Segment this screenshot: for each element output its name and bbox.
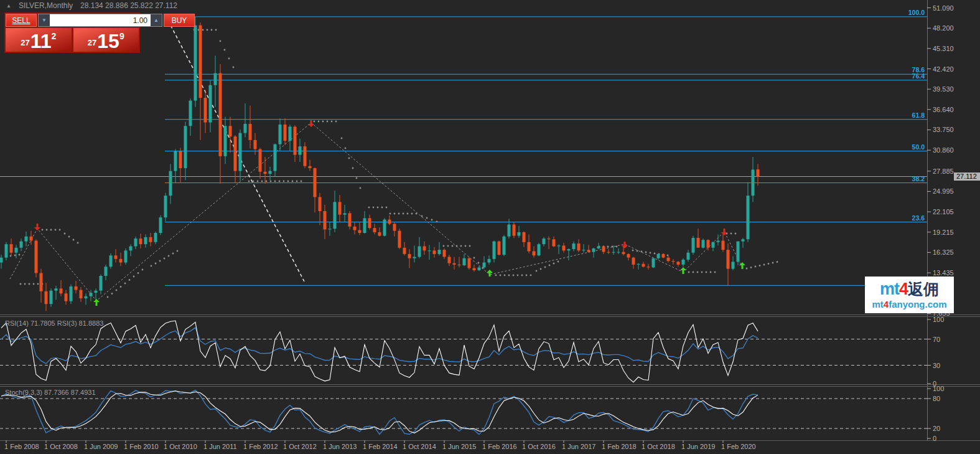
svg-text:1 Jun 2015: 1 Jun 2015 — [442, 443, 476, 450]
svg-text:33.750: 33.750 — [933, 126, 954, 133]
svg-text:16.325: 16.325 — [933, 248, 954, 256]
svg-text:1 Feb 2016: 1 Feb 2016 — [482, 443, 517, 450]
fibonacci-retracement: 100.078.676.461.850.038.223.6 — [165, 9, 927, 285]
svg-text:100.0: 100.0 — [908, 9, 925, 16]
svg-text:1 Oct 2016: 1 Oct 2016 — [522, 443, 556, 450]
buy-price-point: 9 — [119, 31, 124, 41]
svg-text:1 Jun 2019: 1 Jun 2019 — [681, 443, 715, 450]
candles-layer — [0, 17, 760, 311]
chart-titlebar: ▲ SILVER,Monthly 28.134 28.886 25.822 27… — [6, 1, 177, 10]
svg-text:1 Oct 2010: 1 Oct 2010 — [164, 443, 197, 450]
svg-text:23.6: 23.6 — [912, 214, 925, 222]
svg-text:1 Jun 2013: 1 Jun 2013 — [323, 443, 357, 450]
svg-text:1 Feb 2020: 1 Feb 2020 — [721, 443, 756, 450]
svg-text:30.860: 30.860 — [933, 146, 954, 154]
svg-text:1 Oct 2014: 1 Oct 2014 — [403, 443, 436, 450]
symbol-period-label: SILVER,Monthly — [19, 1, 73, 10]
time-axis: 1 Feb 20081 Oct 20081 Jun 20091 Feb 2010… — [4, 440, 756, 450]
svg-text:36.640: 36.640 — [933, 106, 954, 113]
watermark-logo-text: mt4返佣 — [880, 281, 939, 298]
axis-frame — [0, 0, 980, 441]
buy-button-label: BUY — [172, 16, 187, 25]
rsi-indicator-label: RSI(14) 71.7805 RSI(3) 81.8883 — [5, 319, 103, 327]
svg-text:1 Oct 2018: 1 Oct 2018 — [642, 443, 675, 450]
svg-text:61.8: 61.8 — [912, 111, 925, 119]
one-click-trading-panel: SELL ▼ ▲ BUY 27 11 2 27 15 9 — [4, 12, 140, 53]
svg-text:48.200: 48.200 — [933, 24, 954, 32]
svg-text:1 Feb 2014: 1 Feb 2014 — [363, 443, 398, 450]
sell-price-box[interactable]: 27 11 2 — [6, 28, 72, 52]
sell-button-label: SELL — [12, 16, 30, 25]
watermark-domain-text: mt4fanyong.com — [872, 300, 946, 309]
svg-text:1 Jun 2011: 1 Jun 2011 — [203, 443, 237, 450]
zigzag-line — [10, 123, 742, 301]
svg-text:50.0: 50.0 — [912, 143, 925, 151]
svg-text:51.090: 51.090 — [933, 4, 954, 12]
svg-text:0: 0 — [933, 435, 936, 442]
svg-text:1 Oct 2012: 1 Oct 2012 — [283, 443, 317, 450]
svg-text:1 Feb 2012: 1 Feb 2012 — [243, 443, 278, 450]
svg-text:13.435: 13.435 — [933, 269, 954, 277]
ohlc-values: 28.134 28.886 25.822 27.112 — [80, 1, 177, 10]
svg-text:1 Feb 2018: 1 Feb 2018 — [602, 443, 637, 450]
svg-text:1 Jun 2017: 1 Jun 2017 — [562, 443, 595, 450]
svg-text:80: 80 — [933, 395, 940, 402]
volume-stepper: ▼ ▲ — [38, 14, 162, 27]
svg-text:1 Jun 2009: 1 Jun 2009 — [84, 443, 118, 450]
buy-price-whole: 27 — [88, 38, 96, 47]
svg-text:24.995: 24.995 — [933, 187, 954, 195]
sell-price-pips: 11 — [30, 32, 52, 50]
sell-price-point: 2 — [52, 31, 57, 41]
collapse-triangle-icon[interactable]: ▲ — [6, 3, 11, 9]
svg-text:27.112: 27.112 — [956, 173, 977, 180]
mt4fanyong-watermark: mt4返佣 mt4fanyong.com — [865, 277, 954, 313]
sar-dots — [6, 29, 778, 298]
svg-text:20: 20 — [933, 425, 940, 432]
rsi-panel: 10070300 — [0, 316, 944, 387]
svg-text:42.420: 42.420 — [933, 65, 954, 73]
volume-input[interactable] — [50, 14, 151, 26]
svg-text:27.885: 27.885 — [933, 168, 954, 175]
svg-text:39.530: 39.530 — [933, 85, 954, 93]
stoch-indicator-label: Stoch(9,3,3) 87.7366 87.4931 — [5, 389, 96, 396]
volume-increase-button[interactable]: ▲ — [151, 14, 162, 26]
price-axis: 51.09048.20045.31042.42039.53036.64033.7… — [927, 4, 980, 318]
sell-price-whole: 27 — [21, 38, 29, 47]
mt4-chart-window: ▲ SILVER,Monthly 28.134 28.886 25.822 27… — [0, 0, 980, 454]
svg-text:70: 70 — [933, 336, 940, 343]
chart-canvas[interactable]: 100.078.676.461.850.038.223.651.09048.20… — [0, 0, 980, 454]
sell-button[interactable]: SELL — [6, 14, 37, 27]
svg-text:1 Feb 2010: 1 Feb 2010 — [124, 443, 159, 450]
buy-price-box[interactable]: 27 15 9 — [73, 28, 139, 52]
svg-text:45.310: 45.310 — [933, 45, 954, 52]
buy-button[interactable]: BUY — [164, 14, 195, 27]
svg-text:100: 100 — [933, 316, 944, 323]
svg-text:100: 100 — [933, 385, 944, 392]
volume-decrease-button[interactable]: ▼ — [39, 14, 50, 26]
svg-text:1 Feb 2008: 1 Feb 2008 — [4, 443, 39, 450]
svg-text:22.105: 22.105 — [933, 208, 954, 215]
stochastic-panel: 10080200 — [0, 385, 944, 442]
svg-text:30: 30 — [933, 362, 940, 369]
svg-text:1 Oct 2008: 1 Oct 2008 — [44, 443, 78, 450]
svg-text:76.4: 76.4 — [912, 72, 925, 80]
svg-text:38.2: 38.2 — [912, 175, 925, 182]
svg-text:19.215: 19.215 — [933, 229, 954, 236]
buy-price-pips: 15 — [97, 32, 119, 50]
